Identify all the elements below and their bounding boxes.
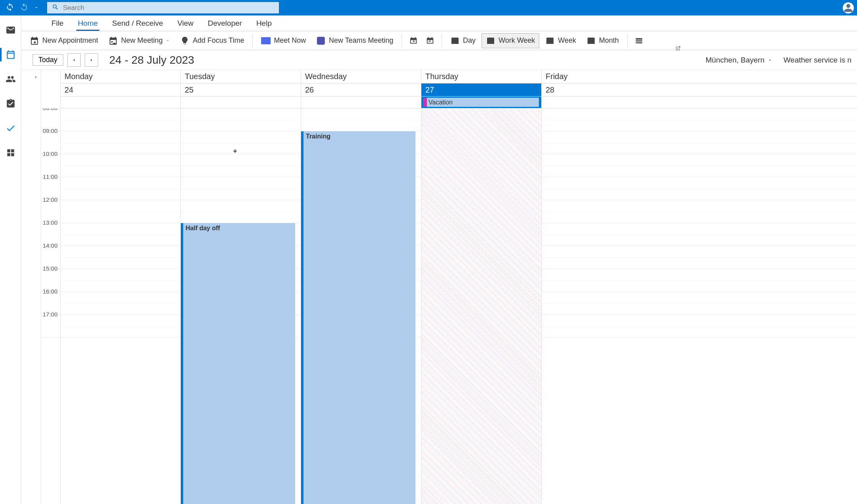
hour-label: 08:00 [43,108,60,111]
weather-location[interactable]: München, Bayern [705,56,772,64]
day-header-row: Monday Tuesday Wednesday Thursday Friday [60,70,857,83]
prev-period-button[interactable] [67,53,81,67]
weather-status-text: Weather service is n [783,56,851,64]
day-num-tue[interactable]: 25 [180,83,301,96]
separator [627,34,628,47]
rail-more-apps[interactable] [3,145,18,160]
view-week-label: Week [558,36,576,45]
day-header-fri: Friday [541,70,567,83]
video-icon [261,36,271,45]
calendar-people-icon [108,36,118,45]
new-appointment-button[interactable]: New Appointment [25,33,102,48]
weather-location-label: München, Bayern [705,56,764,64]
tab-home[interactable]: Home [76,17,100,31]
calendar-month-icon [586,36,596,45]
calendar-plus-icon [30,36,39,45]
day-header-mon: Monday [60,70,180,83]
day-num-wed[interactable]: 26 [301,83,421,96]
view-day-button[interactable]: Day [446,33,480,48]
tab-developer[interactable]: Developer [206,17,244,31]
customize-qat-icon[interactable] [34,4,39,11]
event-half-day-off[interactable]: Half day off [181,223,295,504]
hour-label: 09:00 [43,127,60,134]
calendar-day-icon [450,36,460,45]
tab-send-receive[interactable]: Send / Receive [110,17,165,31]
sync-icon[interactable] [6,3,14,13]
new-teams-meeting-button[interactable]: New Teams Meeting [312,33,398,48]
account-avatar[interactable] [843,2,854,13]
timecol-tue[interactable]: Half day off [180,108,301,504]
allday-thu[interactable]: Vacation [421,97,541,108]
meet-now-button[interactable]: Meet Now [257,33,310,48]
tab-file[interactable]: File [50,17,65,31]
calendar-workweek-icon [486,36,495,45]
ribbon-tabs: File Home Send / Receive View Developer … [21,15,857,31]
calendar-forward-icon [425,36,435,45]
timecol-fri[interactable] [541,108,567,504]
rail-mail[interactable] [3,23,18,38]
chevron-down-icon [768,58,772,63]
search-box[interactable] [47,2,279,14]
day-num-fri[interactable]: 28 [541,83,567,96]
timecol-mon[interactable] [60,108,180,504]
time-grid: 08:0009:0010:0011:0012:0013:0014:0015:00… [41,108,857,504]
rail-tasks-clipboard[interactable] [3,96,18,111]
new-meeting-button[interactable]: New Meeting [104,33,174,48]
tab-view[interactable]: View [176,17,195,31]
undo-icon[interactable] [20,3,28,13]
view-work-week-button[interactable]: Work Week [482,33,539,48]
title-bar [0,0,857,15]
hour-label: 16:00 [43,288,60,295]
day-number-row: 24 25 26 27 28 [60,83,857,97]
view-month-label: Month [599,36,619,45]
calendar-schedule-icon [634,36,644,45]
ribbon: New Appointment New Meeting Add Focus Ti… [21,31,857,50]
expand-folder-pane-button[interactable] [31,72,41,82]
lightbulb-icon [180,36,190,45]
day-num-thu[interactable]: 27 [421,83,541,96]
view-month-button[interactable]: Month [582,33,623,48]
day-num-mon[interactable]: 24 [60,83,180,96]
new-teams-meeting-label: New Teams Meeting [329,36,393,45]
allday-wed[interactable] [301,97,421,108]
rail-calendar[interactable] [3,47,18,62]
quick-access-toolbar [3,3,39,13]
goto-next-button[interactable] [423,33,438,48]
separator [402,34,402,47]
view-day-label: Day [463,36,476,45]
event-vacation-label: Vacation [428,99,453,106]
separator [442,34,442,47]
new-meeting-label: New Meeting [121,36,163,45]
timecol-thu[interactable] [421,108,541,504]
calendar-back-icon [409,36,418,45]
search-icon [52,4,59,12]
rail-people[interactable] [3,72,18,87]
rail-todo[interactable] [3,121,18,136]
all-day-row: Vacation [60,97,857,108]
tab-help[interactable]: Help [255,17,273,31]
calendar-grid: Monday Tuesday Wednesday Thursday Friday… [41,70,857,504]
today-button[interactable]: Today [32,54,63,66]
hour-label: 11:00 [43,173,60,180]
event-vacation[interactable]: Vacation [423,98,539,107]
view-week-button[interactable]: Week [541,33,580,48]
left-nav-rail [0,15,21,504]
next-period-button[interactable] [85,53,98,67]
chevron-down-icon [166,36,170,45]
view-work-week-label: Work Week [499,36,535,45]
hour-label: 12:00 [43,196,60,203]
add-focus-time-button[interactable]: Add Focus Time [176,33,248,48]
search-input[interactable] [63,4,274,12]
folder-pane-splitter [21,70,41,504]
hour-label: 15:00 [43,265,60,272]
event-training[interactable]: Training [301,131,415,504]
schedule-view-button[interactable] [631,33,647,48]
allday-mon[interactable] [60,97,180,108]
hour-label: 10:00 [43,150,60,157]
timecol-wed[interactable]: Training [301,108,421,504]
day-header-thu: Thursday [421,70,541,83]
allday-fri[interactable] [541,97,567,108]
hour-label: 17:00 [43,311,60,318]
allday-tue[interactable] [180,97,301,108]
goto-prev-button[interactable] [406,33,421,48]
